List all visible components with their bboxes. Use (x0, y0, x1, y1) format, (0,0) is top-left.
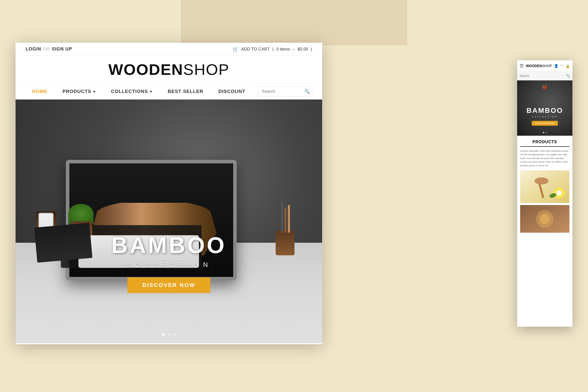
mobile-cta-button[interactable]: DISCOVER NOW (532, 121, 558, 126)
mobile-dot-1[interactable] (543, 132, 544, 133)
cart-icon: 🛒 (232, 46, 239, 52)
logo-light: SHOP (183, 61, 229, 78)
nav-item-discount[interactable]: DISCOUNT (211, 83, 253, 100)
top-bar: LOGIN OR SIGN UP 🛒 ADD TO CART ( 0 items… (16, 43, 322, 56)
mobile-product-image-2[interactable] (520, 205, 569, 233)
pen-3 (288, 205, 290, 233)
hero-main-title: BAMBOO (16, 232, 322, 258)
cart-count: ( (272, 47, 274, 52)
mobile-header: ☰ WOODENSHOP 👤 ♡ 🔒 (517, 60, 572, 71)
mobile-hero: 🍎 BAMBOO COLLECTION DISCOVER NOW (517, 80, 572, 136)
hero-text-overlay: BAMBOO COLLECTION DISCOVER NOW (16, 232, 322, 293)
nav-bar: HOME PRODUCTS + COLLECTIONS + BEST SELLE… (16, 83, 322, 100)
svg-point-2 (534, 177, 549, 184)
hero-dot-1[interactable] (162, 333, 165, 336)
login-link[interactable]: LOGIN (26, 46, 41, 52)
mobile-logo[interactable]: WOODENSHOP (526, 64, 552, 68)
mobile-cart-icon[interactable]: 🔒 (566, 64, 570, 68)
mobile-search-icon: 🔍 (566, 74, 570, 78)
mobile-search-bar: 🔍 (517, 71, 572, 80)
hero-section: 🍎 (16, 100, 322, 343)
page-wrapper: LOGIN OR SIGN UP 🛒 ADD TO CART ( 0 items… (0, 0, 588, 392)
mobile-products-section: PRODUCTS Aenean sollicitudin, lorem quis… (517, 136, 572, 237)
lamp-svg (520, 170, 569, 203)
mobile-wishlist-icon[interactable]: ♡ (560, 64, 564, 68)
pen-2 (284, 208, 286, 233)
hero-dots (162, 333, 176, 336)
desktop-window: LOGIN OR SIGN UP 🛒 ADD TO CART ( 0 items… (16, 43, 322, 344)
nav-item-collections[interactable]: COLLECTIONS + (104, 83, 160, 100)
plant-decoration (68, 204, 93, 224)
mobile-products-description: Aenean sollicitudin, lorem quis bibendum… (520, 149, 569, 167)
mobile-hero-subtitle: COLLECTION (517, 116, 572, 118)
mobile-logo-light: SHOP (542, 64, 552, 68)
top-bar-right: 🛒 ADD TO CART ( 0 items – $0.00 ) (232, 46, 312, 52)
mobile-header-icons: 👤 ♡ 🔒 (554, 64, 570, 68)
mobile-dots (543, 132, 547, 133)
cart-items: 0 items (276, 47, 290, 52)
nav-item-bestseller[interactable]: BEST SELLER (160, 83, 211, 100)
mobile-hero-text: BAMBOO COLLECTION DISCOVER NOW (517, 107, 572, 126)
hero-dot-3[interactable] (173, 333, 176, 336)
product2-svg (520, 205, 569, 233)
logo-bold: WOODEN (108, 61, 183, 78)
search-input[interactable] (262, 89, 304, 94)
nav-search-box: 🔍 (258, 86, 313, 96)
nav-item-home[interactable]: HOME (25, 83, 55, 100)
or-separator: OR (43, 47, 50, 52)
pen-1 (281, 203, 283, 233)
site-logo[interactable]: WOODENSHOP (108, 61, 229, 78)
page-shadow-decoration (181, 0, 407, 45)
cart-label[interactable]: ADD TO CART (241, 47, 270, 52)
mobile-product-image-1[interactable] (520, 170, 569, 203)
mobile-apple-icon: 🍎 (542, 84, 548, 90)
hero-dot-2[interactable] (168, 333, 170, 336)
signup-link[interactable]: SIGN UP (52, 46, 72, 52)
logo-area: WOODENSHOP (16, 56, 322, 83)
search-icon: 🔍 (304, 89, 310, 94)
cart-price: $0.00 (298, 47, 308, 52)
mobile-dot-2[interactable] (546, 132, 547, 133)
cart-close-paren: ) (311, 47, 312, 52)
mobile-hero-title: BAMBOO (517, 107, 572, 115)
svg-point-8 (540, 214, 550, 224)
mobile-window: ☰ WOODENSHOP 👤 ♡ 🔒 🔍 🍎 BAMBOO COLLECTION (517, 60, 572, 327)
cart-dash: – (292, 47, 295, 52)
mobile-user-icon[interactable]: 👤 (554, 64, 558, 68)
mobile-menu-icon[interactable]: ☰ (520, 63, 524, 69)
mobile-logo-bold: WOODEN (526, 64, 542, 68)
mobile-search-input[interactable] (520, 74, 564, 78)
svg-point-4 (557, 190, 562, 195)
nav-item-products[interactable]: PRODUCTS + (55, 83, 104, 100)
hero-cta-button[interactable]: DISCOVER NOW (127, 277, 211, 293)
svg-rect-0 (520, 170, 569, 203)
top-bar-left: LOGIN OR SIGN UP (26, 46, 72, 52)
hero-sub-title: COLLECTION (16, 261, 322, 269)
mobile-products-title: PRODUCTS (520, 140, 569, 147)
